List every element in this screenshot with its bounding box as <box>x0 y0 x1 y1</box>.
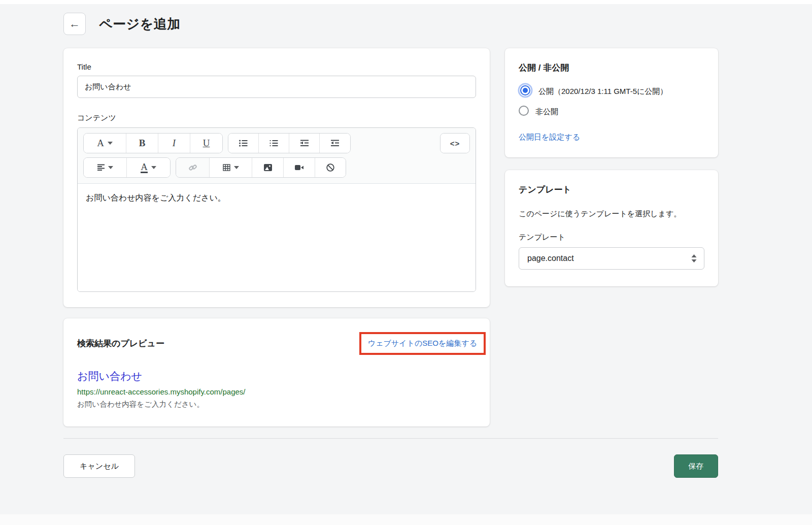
text-color-icon: A <box>141 162 148 173</box>
save-button[interactable]: 保存 <box>674 454 718 478</box>
visibility-card: 公開 / 非公開 公開（2020/12/3 1:11 GMT-5に公開） 非公開… <box>505 48 718 157</box>
code-group: <> <box>440 133 470 153</box>
bold-button[interactable]: B <box>126 134 158 153</box>
underline-button[interactable]: U <box>190 134 222 153</box>
set-publish-date-link[interactable]: 公開日を設定する <box>519 133 580 142</box>
align-color-group: A <box>83 157 171 178</box>
seo-preview-description: お問い合わせ内容をご入力ください。 <box>77 400 476 409</box>
visibility-heading: 公開 / 非公開 <box>519 62 704 74</box>
content-label: コンテンツ <box>77 113 476 123</box>
hidden-radio-option[interactable]: 非公開 <box>519 105 704 118</box>
template-heading: テンプレート <box>519 184 704 195</box>
insert-video-button[interactable] <box>284 158 315 177</box>
alignment-dropdown[interactable] <box>84 158 127 177</box>
align-left-icon <box>97 164 105 171</box>
template-select-label: テンプレート <box>519 233 704 242</box>
insert-image-button[interactable] <box>252 158 284 177</box>
template-description: このページに使うテンプレートを選択します。 <box>519 207 704 221</box>
title-input[interactable] <box>77 76 476 98</box>
editor-toolbar: A B I U <box>78 128 476 184</box>
edit-seo-link[interactable]: ウェブサイトのSEOを編集する <box>368 339 477 347</box>
table-icon <box>223 164 230 171</box>
footer-actions: キャンセル 保存 <box>63 454 718 478</box>
chevron-down-icon <box>234 166 239 169</box>
search-preview-card: 検索結果のプレビュー ウェブサイトのSEOを編集する お問い合わせ https:… <box>63 318 490 426</box>
chevron-down-icon <box>108 166 113 169</box>
italic-button[interactable]: I <box>158 134 190 153</box>
back-arrow-icon: ← <box>69 17 80 30</box>
back-button[interactable]: ← <box>63 13 86 35</box>
bold-icon: B <box>139 138 146 149</box>
slash-circle-icon <box>326 163 334 172</box>
text-format-group: A B I U <box>83 133 223 153</box>
page-form-card: Title コンテンツ A <box>63 48 490 307</box>
table-dropdown[interactable] <box>210 158 252 177</box>
chevron-down-icon <box>108 142 113 145</box>
add-page-screen: ← ページを追加 Title コンテンツ A <box>0 4 812 478</box>
indent-button[interactable] <box>320 134 350 153</box>
rich-text-editor: A B I U <box>77 127 476 292</box>
text-color-dropdown[interactable]: A <box>127 158 170 177</box>
template-select-value: page.contact <box>527 254 574 263</box>
chevron-down-icon <box>151 166 156 169</box>
hidden-radio-label: 非公開 <box>535 105 558 118</box>
search-preview-heading: 検索結果のプレビュー <box>77 338 164 349</box>
annotation-highlight-box: ウェブサイトのSEOを編集する <box>359 332 486 355</box>
template-select[interactable]: page.contact <box>519 247 704 270</box>
outdent-button[interactable] <box>289 134 320 153</box>
cancel-button[interactable]: キャンセル <box>63 454 135 478</box>
insert-group <box>176 157 346 178</box>
seo-preview-url: https://unreact-accessories.myshopify.co… <box>77 387 476 396</box>
visible-radio-label: 公開（2020/12/3 1:11 GMT-5に公開） <box>538 85 667 98</box>
code-icon: <> <box>450 139 460 148</box>
bottom-strip <box>0 514 812 525</box>
italic-icon: I <box>173 138 176 149</box>
show-html-button[interactable]: <> <box>441 134 469 153</box>
indent-icon <box>331 140 339 147</box>
image-icon <box>264 164 272 171</box>
template-card: テンプレート このページに使うテンプレートを選択します。 テンプレート page… <box>505 170 718 287</box>
outdent-icon <box>300 140 309 147</box>
radio-unselected-icon[interactable] <box>519 106 529 116</box>
editor-content[interactable]: お問い合わせ内容をご入力ください。 <box>78 184 476 291</box>
seo-preview: お問い合わせ https://unreact-accessories.mysho… <box>77 369 476 409</box>
radio-selected-icon[interactable] <box>520 85 530 95</box>
visible-radio-option[interactable]: 公開（2020/12/3 1:11 GMT-5に公開） <box>519 85 704 98</box>
page-title: ページを追加 <box>99 15 181 33</box>
link-button[interactable] <box>176 158 210 177</box>
page-header: ← ページを追加 <box>63 13 718 35</box>
underline-icon: U <box>203 138 210 149</box>
select-caret-icon <box>691 254 697 262</box>
bulleted-list-icon <box>239 140 248 147</box>
numbered-list-icon <box>269 140 278 147</box>
text-style-letter: A <box>97 138 104 149</box>
top-strip <box>0 0 812 4</box>
numbered-list-button[interactable] <box>259 134 289 153</box>
video-icon <box>295 165 303 171</box>
footer-divider <box>63 438 718 439</box>
bulleted-list-button[interactable] <box>228 134 259 153</box>
text-style-dropdown[interactable]: A <box>84 134 126 153</box>
title-label: Title <box>77 62 476 71</box>
seo-preview-title[interactable]: お問い合わせ <box>77 369 476 383</box>
list-indent-group <box>228 133 351 153</box>
clear-formatting-button[interactable] <box>315 158 346 177</box>
link-icon <box>188 163 197 172</box>
